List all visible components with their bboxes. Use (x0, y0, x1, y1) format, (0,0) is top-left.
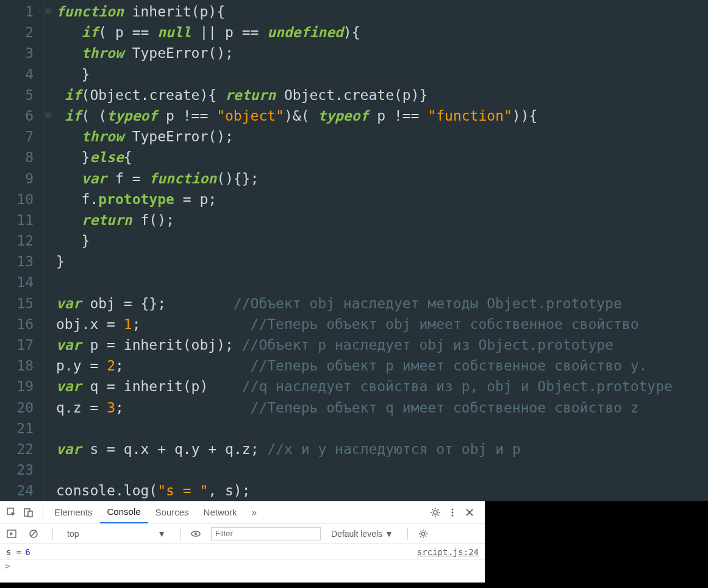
token-fn: s (82, 441, 99, 457)
code-line[interactable] (56, 459, 708, 480)
gear-icon[interactable] (417, 527, 430, 540)
tab-more[interactable]: » (245, 501, 264, 523)
token-fn: z (73, 400, 82, 416)
fold-marker-icon[interactable]: ⊟ (46, 7, 51, 14)
levels-selector[interactable]: Default levels ▼ (326, 527, 399, 540)
token-kw: if (82, 24, 99, 40)
token-num: 3 (107, 400, 115, 416)
context-selector[interactable]: top ▼ (62, 527, 171, 540)
token-pun: . (115, 483, 124, 498)
code-line[interactable]: if( p == null || p == undefined){ (56, 22, 708, 43)
token-prop: prototype (98, 191, 174, 207)
eye-icon[interactable] (189, 527, 202, 540)
code-line[interactable]: f.prototype = p; (56, 189, 708, 210)
tab-sources[interactable]: Sources (148, 501, 196, 523)
code-line[interactable]: } (56, 251, 708, 272)
token-fn: f (82, 191, 90, 207)
token-str: "object" (216, 108, 284, 124)
code-line[interactable]: var p = inherit(obj); //Объект p наследу… (56, 335, 708, 355)
line-number: 15 (0, 293, 45, 314)
token-fn: p (115, 24, 124, 40)
token-kw: var (56, 337, 82, 353)
token-fn: obj (56, 316, 82, 332)
token-kw: null (157, 24, 191, 40)
token-kw: var (56, 296, 82, 311)
line-number: 13 (0, 251, 45, 272)
sidebar-toggle-icon[interactable] (5, 527, 18, 540)
line-number: 18 (0, 355, 45, 376)
token-fn: q (225, 441, 234, 457)
line-number: 21 (0, 418, 45, 439)
code-line[interactable]: throw TypeError(); (56, 43, 708, 63)
token-op: !== (174, 108, 216, 124)
token-fn: p (199, 4, 208, 19)
code-line[interactable] (56, 272, 708, 292)
line-number: 1 (0, 1, 45, 22)
token-fn: q (124, 441, 132, 457)
code-line[interactable]: obj.x = 1; //Теперь объект obj имеет соб… (56, 314, 708, 335)
tab-console[interactable]: Console (100, 501, 148, 523)
token-pun: ; (208, 191, 216, 207)
inspect-icon[interactable] (5, 506, 18, 519)
code-line[interactable]: }else{ (56, 147, 708, 168)
gear-icon[interactable] (429, 506, 442, 519)
tab-network[interactable]: Network (196, 501, 245, 523)
token-kw: typeof (318, 108, 368, 124)
token-pun: ){ (208, 4, 225, 19)
token-pun: {}; (140, 296, 233, 311)
device-toggle-icon[interactable] (22, 506, 35, 519)
code-line[interactable]: } (56, 64, 708, 85)
token-pun: ; (251, 441, 268, 457)
code-line[interactable]: } (56, 230, 708, 251)
token-pun: } (82, 66, 90, 82)
token-cmt: //q наследует свойства из p, obj и Objec… (242, 378, 673, 394)
token-pun: . (183, 441, 191, 457)
token-kw: throw (82, 129, 124, 144)
code-editor[interactable]: 123456789101112131415161718192021222324 … (0, 0, 708, 501)
code-line[interactable]: p.y = 2; //Теперь объект p имеет собстве… (56, 355, 708, 376)
line-number: 5 (0, 85, 45, 105)
close-icon[interactable] (463, 506, 476, 519)
line-number: 3 (0, 43, 45, 63)
console-prompt[interactable]: > (0, 560, 485, 572)
token-fn: f (107, 171, 124, 186)
code-line[interactable] (56, 418, 708, 439)
code-line[interactable]: if(Object.create){ return Object.create(… (56, 85, 708, 105)
code-line[interactable]: return f(); (56, 210, 708, 230)
token-pun: ( (98, 24, 115, 40)
code-line[interactable]: if( (typeof p !== "object")&( typeof p !… (56, 105, 708, 126)
fold-marker-icon[interactable]: ⊟ (46, 112, 51, 118)
token-fn: p (157, 108, 174, 124)
token-cmt: //x и y наследуются от obj и p (267, 441, 520, 457)
token-fn: TypeError (124, 129, 208, 144)
code-line[interactable]: q.z = 3; //Теперь объект q имеет собстве… (56, 397, 708, 418)
log-source-link[interactable]: srcipt.js:24 (417, 547, 479, 557)
code-line[interactable]: throw TypeError(); (56, 126, 708, 147)
token-cmt: //Теперь объект p имеет собственное свой… (251, 358, 648, 374)
filter-input[interactable] (211, 527, 321, 540)
token-fn: create (149, 87, 199, 103)
line-number: 14 (0, 272, 45, 292)
token-fn: q (82, 378, 99, 394)
code-line[interactable]: var f = function(){}; (56, 168, 708, 189)
code-line[interactable]: var q = inherit(p) //q наследует свойств… (56, 376, 708, 397)
svg-point-4 (452, 508, 454, 510)
clear-console-icon[interactable] (27, 527, 40, 540)
code-line[interactable]: function inherit(p){ (56, 1, 708, 22)
svg-point-6 (452, 514, 454, 516)
devtools-panel: Elements Console Sources Network » top ▼ (0, 501, 485, 583)
code-line[interactable]: var s = q.x + q.y + q.z; //x и y наследу… (56, 439, 708, 459)
token-pun: . (234, 441, 242, 457)
line-number: 23 (0, 459, 45, 480)
tab-elements[interactable]: Elements (47, 501, 100, 523)
token-fn: log (124, 483, 149, 498)
token-pun: ){ (343, 24, 360, 40)
token-pun: ( (183, 378, 191, 394)
token-pun: ; (132, 316, 251, 332)
code-line[interactable]: console.log("s = ", s); (56, 480, 708, 501)
code-area[interactable]: function inherit(p){ if( p == null || p … (54, 0, 708, 501)
token-pun: ) (199, 378, 241, 394)
code-line[interactable]: var obj = {}; //Объект obj наследует мет… (56, 293, 708, 314)
kebab-icon[interactable] (446, 506, 459, 519)
token-pun: . (90, 191, 98, 207)
